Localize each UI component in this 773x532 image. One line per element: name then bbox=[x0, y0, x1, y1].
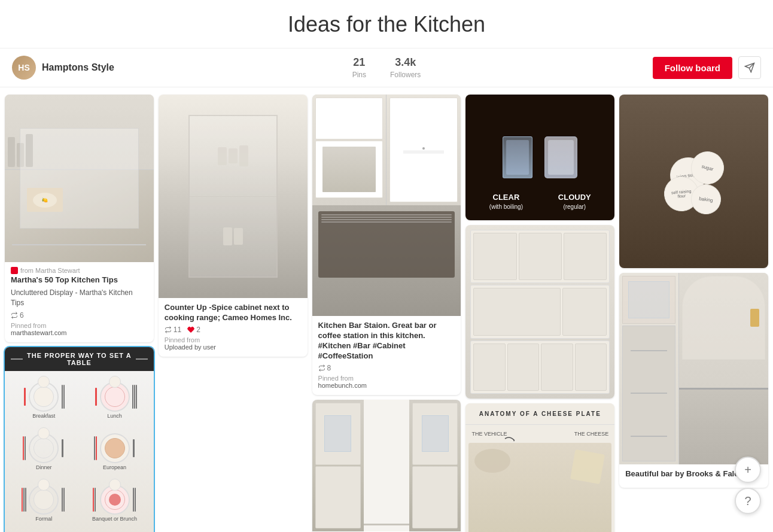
username[interactable]: Hamptons Style bbox=[42, 62, 114, 73]
send-button[interactable] bbox=[738, 56, 761, 79]
pinterest-icon bbox=[11, 267, 18, 274]
followers-label: Followers bbox=[390, 71, 421, 79]
floating-buttons: + ? bbox=[735, 457, 761, 514]
clear-label: CLEAR(with boiling) bbox=[489, 193, 523, 211]
cloudy-label: CLOUDY(regular) bbox=[558, 193, 591, 211]
pin-source: Pinned from bbox=[11, 322, 148, 329]
table-grid: Breakfast bbox=[5, 371, 154, 532]
pin-source: Pinned from bbox=[318, 375, 455, 382]
pin-body: from Martha Stewart Martha's 50 Top Kitc… bbox=[5, 262, 154, 342]
european-cell: European bbox=[80, 427, 148, 476]
banquet-cell: Banquet or Brunch bbox=[80, 479, 148, 528]
pins-stat: 21 Pins bbox=[352, 56, 366, 80]
help-button[interactable]: ? bbox=[735, 488, 761, 514]
followers-stat: 3.4k Followers bbox=[390, 56, 421, 80]
pin-card[interactable]: THE PROPER WAY TO SET A TABLE bbox=[5, 347, 154, 532]
pin-card[interactable]: Kitchen Bar Staion. Great bar or coffee … bbox=[312, 95, 461, 395]
pin-card[interactable]: Beautiful bar by Brooks & Falotico bbox=[619, 273, 768, 488]
source-row: from Martha Stewart bbox=[11, 267, 148, 274]
formal-cell: Formal bbox=[10, 479, 78, 528]
pin-card[interactable] bbox=[465, 225, 614, 399]
pin-title: Kitchen Bar Staion. Great bar or coffee … bbox=[318, 321, 455, 361]
table-banner: THE PROPER WAY TO SET A TABLE bbox=[5, 347, 154, 371]
pin-title: Counter Up -Spice cabinet next to cookin… bbox=[165, 303, 302, 323]
pin-body: Counter Up -Spice cabinet next to cookin… bbox=[159, 298, 308, 357]
pin-meta: 6 bbox=[11, 311, 148, 320]
from-label: from Martha Stewart bbox=[20, 267, 80, 274]
pin-card[interactable]: New England | Brooks and Falotico Associ… bbox=[312, 400, 461, 532]
pins-count: 21 bbox=[352, 56, 366, 69]
pin-title: Martha's 50 Top Kitchen Tips bbox=[11, 275, 148, 285]
follow-board-button[interactable]: Follow board bbox=[653, 57, 732, 79]
pin-card[interactable]: ANATOMY OF A CHEESE PLATE THE VEHICLE TH… bbox=[465, 403, 614, 532]
pin-card[interactable]: icing sugar sugar self raising flour bak… bbox=[619, 95, 768, 268]
page-title: Ideas for the Kitchen bbox=[0, 0, 773, 48]
pin-card[interactable]: Counter Up -Spice cabinet next to cookin… bbox=[159, 95, 308, 357]
breakfast-cell: Breakfast bbox=[10, 376, 78, 425]
dinner-cell: Dinner bbox=[10, 427, 78, 476]
repin-count: 8 bbox=[318, 364, 331, 372]
pins-label: Pins bbox=[352, 71, 366, 79]
sub-header: HS Hamptons Style 21 Pins 3.4k Followers… bbox=[0, 48, 773, 87]
pin-source-name: homebunch.com bbox=[318, 382, 455, 389]
followers-count: 3.4k bbox=[390, 56, 421, 69]
pin-source-name: marthastewart.com bbox=[11, 329, 148, 336]
add-button[interactable]: + bbox=[735, 457, 761, 483]
header-actions: Follow board bbox=[653, 56, 761, 79]
plus-icon: + bbox=[744, 463, 751, 477]
pins-grid: 🍋 from Martha Stewart Martha's 50 Top Ki… bbox=[0, 87, 773, 532]
pin-source: Pinned from bbox=[165, 336, 302, 343]
repin-count: 6 bbox=[11, 311, 24, 320]
stats-section: 21 Pins 3.4k Followers bbox=[352, 56, 421, 80]
pin-card[interactable]: 🍋 from Martha Stewart Martha's 50 Top Ki… bbox=[5, 95, 154, 342]
pin-desc: Uncluttered Display - Martha's Kitchen T… bbox=[11, 288, 148, 308]
avatar[interactable]: HS bbox=[12, 56, 36, 80]
pin-meta: 8 bbox=[318, 364, 455, 372]
pin-source-name: Uploaded by user bbox=[165, 343, 302, 351]
user-info[interactable]: HS Hamptons Style bbox=[12, 56, 114, 80]
help-icon: ? bbox=[744, 494, 751, 508]
cheese-banner-text: ANATOMY OF A CHEESE PLATE bbox=[473, 411, 607, 417]
repin-count: 11 bbox=[165, 326, 181, 334]
pin-body: Kitchen Bar Staion. Great bar or coffee … bbox=[312, 316, 461, 395]
pin-card[interactable]: CLEAR(with boiling) CLOUDY(regular) bbox=[465, 95, 614, 220]
lunch-cell: Lunch bbox=[80, 376, 148, 425]
heart-count: 2 bbox=[187, 326, 200, 334]
pin-meta: 11 2 bbox=[165, 326, 302, 334]
